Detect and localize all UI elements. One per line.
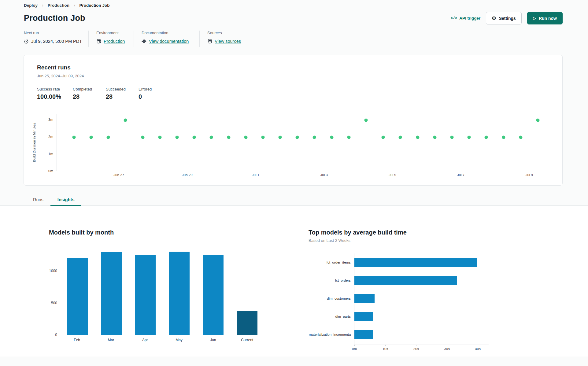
x-tick-label: Jun: [196, 338, 230, 342]
models-built-chart: Models built by month 05001000 FebMarApr…: [49, 229, 277, 345]
tab-insights[interactable]: Insights: [50, 194, 82, 205]
run-dot[interactable]: [90, 136, 93, 139]
run-dot[interactable]: [279, 136, 282, 139]
model-label: dim_parts: [309, 312, 351, 321]
run-dot[interactable]: [313, 136, 316, 139]
run-dot[interactable]: [193, 136, 196, 139]
run-dot[interactable]: [536, 119, 539, 122]
api-trigger-label: API trigger: [459, 16, 480, 20]
x-tick-label: 10s: [383, 347, 388, 351]
run-dot[interactable]: [72, 136, 76, 139]
settings-button-label: Settings: [499, 16, 516, 21]
stat-value: 28: [73, 93, 106, 100]
sources-label: Sources: [207, 31, 241, 39]
run-dot[interactable]: [158, 136, 161, 139]
run-stats-row: Success rate 100.00% Completed 28 Succee…: [37, 87, 552, 100]
next-run-label: Next run: [24, 31, 88, 39]
view-documentation-link[interactable]: View documentation: [149, 39, 189, 44]
run-dot[interactable]: [330, 136, 333, 139]
model-bar: [354, 330, 373, 339]
model-label: fct_order_items: [309, 258, 351, 267]
environment-label: Environment: [96, 31, 134, 39]
documentation-value-row: View documentation: [142, 39, 199, 47]
api-trigger-link[interactable]: </> API trigger: [451, 16, 481, 20]
environment-link[interactable]: Production: [104, 39, 125, 44]
run-dot[interactable]: [227, 136, 230, 139]
run-dot[interactable]: [519, 136, 522, 139]
breadcrumb-deploy[interactable]: Deploy: [24, 3, 38, 8]
environment-icon: [96, 39, 101, 44]
run-dot[interactable]: [485, 136, 488, 139]
bar-slot: [128, 246, 162, 335]
y-tick-label: 3m: [48, 118, 53, 121]
run-dot[interactable]: [141, 136, 144, 139]
documentation-label: Documentation: [142, 31, 199, 39]
recent-runs-date-range: Jun 25, 2024–Jul 09, 2024: [37, 74, 552, 78]
dbt-logo-icon: [142, 39, 146, 44]
job-tabs: Runs Insights: [0, 194, 588, 206]
x-tick-label: Current: [230, 338, 264, 342]
models-built-xlabels: FebMarAprMayJunCurrent: [60, 335, 264, 342]
stat-errored: Errored 0: [139, 87, 152, 100]
run-dot[interactable]: [468, 136, 471, 139]
view-sources-link[interactable]: View sources: [215, 39, 241, 44]
month-bar: [67, 258, 88, 335]
model-bar: [354, 294, 375, 303]
run-dot[interactable]: [244, 136, 247, 139]
run-dot[interactable]: [347, 136, 350, 139]
stat-succeeded: Succeeded 28: [106, 87, 139, 100]
x-tick-label: Jul 9: [526, 173, 533, 177]
code-icon: </>: [451, 16, 457, 20]
build-duration-chart: Build Duration in Minutes 0m1m2m3mJun 27…: [57, 114, 552, 171]
x-tick-label: Jul 5: [389, 173, 396, 177]
run-dot[interactable]: [382, 136, 385, 139]
production-job-page: Deploy › Production › Production Job Pro…: [0, 0, 588, 366]
chevron-right-icon: ›: [42, 3, 43, 8]
x-tick-mark: [447, 345, 447, 346]
run-dot[interactable]: [364, 119, 368, 122]
top-models-plot: fct_order_itemsfct_ordersdim_customersdi…: [354, 253, 489, 345]
run-dot[interactable]: [107, 136, 110, 139]
month-bar: [169, 252, 190, 335]
run-dot[interactable]: [124, 119, 127, 122]
top-models-subtitle: Based on Last 2 Weeks: [309, 238, 510, 243]
run-now-button[interactable]: ▷ Run now: [527, 12, 563, 24]
gear-icon: ⚙: [492, 16, 496, 21]
y-tick-label: 2m: [48, 135, 53, 139]
sources-value-row: View sources: [207, 39, 241, 47]
settings-button[interactable]: ⚙ Settings: [486, 12, 522, 24]
environment-value-row: Production: [96, 39, 134, 47]
run-dot[interactable]: [399, 136, 402, 139]
x-tick-mark: [478, 345, 478, 346]
run-dot[interactable]: [450, 136, 453, 139]
run-dot[interactable]: [416, 136, 419, 139]
x-tick-label: May: [162, 338, 196, 342]
model-label: fct_orders: [309, 276, 351, 285]
model-bar: [354, 258, 477, 267]
clock-icon: [24, 39, 29, 44]
page-header: Production Job </> API trigger ⚙ Setting…: [0, 8, 588, 24]
x-tick-mark: [354, 345, 355, 346]
tab-runs[interactable]: Runs: [26, 194, 50, 205]
y-tick-label: 500: [51, 301, 57, 305]
bar-slot: [196, 246, 230, 335]
x-tick-label: Jun 29: [182, 173, 193, 177]
x-tick-label: Jun 27: [113, 173, 124, 177]
run-dot[interactable]: [176, 136, 179, 139]
x-tick-label: 40s: [475, 347, 481, 351]
y-axis-title: Build Duration in Minutes: [32, 123, 36, 162]
run-dot[interactable]: [261, 136, 264, 139]
documentation-column: Documentation View documentation: [134, 31, 200, 47]
breadcrumb-production[interactable]: Production: [48, 3, 69, 8]
month-bar: [101, 252, 122, 335]
month-bar: [135, 255, 156, 335]
run-dot[interactable]: [502, 136, 505, 139]
run-dot[interactable]: [433, 136, 436, 139]
x-tick-label: 20s: [413, 347, 419, 351]
model-label: materialization_incremental: [309, 330, 351, 339]
breadcrumb-production-job: Production Job: [80, 3, 110, 8]
bar-slot: [230, 246, 264, 335]
run-dot[interactable]: [296, 136, 299, 139]
run-dot[interactable]: [210, 136, 213, 139]
y-tick-label: 1000: [49, 269, 57, 273]
